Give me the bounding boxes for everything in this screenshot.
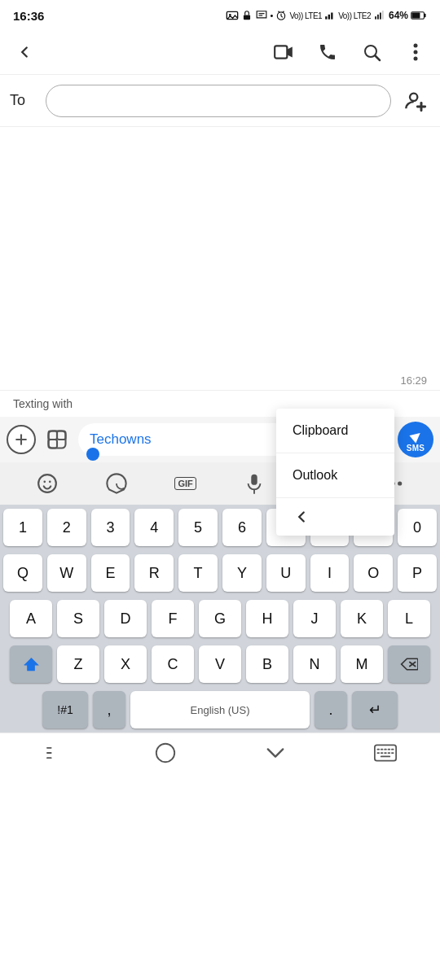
key-h[interactable]: H — [246, 600, 288, 637]
key-o[interactable]: O — [354, 554, 393, 592]
battery-label: 64% — [389, 10, 408, 21]
to-row: To — [0, 75, 440, 127]
nav-home-button[interactable] — [141, 737, 190, 769]
key-i[interactable]: I — [310, 554, 350, 592]
key-5[interactable]: 5 — [178, 509, 218, 546]
key-j[interactable]: J — [293, 600, 336, 637]
key-0[interactable]: 0 — [398, 509, 437, 546]
back-icon — [15, 43, 33, 61]
key-p[interactable]: P — [398, 554, 437, 592]
key-z[interactable]: Z — [57, 645, 99, 683]
app-bar — [0, 29, 440, 75]
nav-menu-button[interactable] — [31, 737, 80, 769]
plus-icon — [13, 431, 29, 448]
key-t[interactable]: T — [178, 554, 218, 592]
key-s[interactable]: S — [57, 600, 99, 637]
keyboard-gif-button[interactable]: GIF — [171, 469, 200, 498]
add-attachment-button[interactable] — [7, 425, 36, 454]
keyboard-mic-button[interactable] — [240, 469, 269, 498]
svg-line-20 — [376, 55, 381, 60]
key-v[interactable]: V — [199, 645, 241, 683]
clipboard-menu-item[interactable]: Clipboard — [276, 409, 394, 453]
svg-rect-17 — [411, 12, 420, 18]
phone-icon — [318, 42, 337, 62]
alarm-icon — [275, 10, 287, 21]
keyboard-asdf-row: A S D F G H J K L — [0, 596, 440, 641]
add-contact-button[interactable] — [401, 86, 430, 116]
key-3[interactable]: 3 — [91, 509, 130, 546]
send-button[interactable]: ▶ SMS — [398, 422, 433, 457]
timestamp-row: 16:29 — [0, 371, 440, 390]
keyboard-sticker-button[interactable] — [102, 469, 131, 498]
shift-icon — [23, 656, 39, 672]
svg-point-37 — [44, 481, 46, 483]
key-l[interactable]: L — [388, 600, 430, 637]
key-k[interactable]: K — [341, 600, 383, 637]
message-area — [0, 127, 440, 371]
status-bar: 16:36 • Vo)) LTE1 Vo)) LTE2 64% — [0, 0, 440, 29]
svg-point-24 — [410, 93, 417, 100]
svg-point-50 — [156, 743, 174, 761]
key-d[interactable]: D — [104, 600, 147, 637]
svg-rect-10 — [331, 13, 332, 20]
app-bar-left — [10, 37, 39, 67]
key-x[interactable]: X — [104, 645, 147, 683]
signal2-icon — [373, 10, 386, 21]
key-y[interactable]: Y — [222, 554, 262, 592]
context-menu-back[interactable] — [276, 498, 394, 536]
key-r[interactable]: R — [134, 554, 174, 592]
svg-line-6 — [279, 11, 280, 13]
nav-back-button[interactable] — [251, 737, 300, 769]
outlook-menu-item[interactable]: Outlook — [276, 453, 394, 498]
battery-icon — [411, 11, 427, 20]
key-6[interactable]: 6 — [222, 509, 262, 546]
key-a[interactable]: A — [10, 600, 52, 637]
key-q[interactable]: Q — [3, 554, 42, 592]
svg-rect-13 — [380, 13, 381, 20]
nav-keyboard-button[interactable] — [361, 737, 410, 769]
key-4[interactable]: 4 — [134, 509, 174, 546]
search-button[interactable] — [357, 37, 386, 67]
spacebar-key[interactable]: English (US) — [130, 691, 310, 728]
key-g[interactable]: G — [199, 600, 241, 637]
sticker-button[interactable] — [42, 425, 72, 454]
key-w[interactable]: W — [47, 554, 86, 592]
key-2[interactable]: 2 — [47, 509, 86, 546]
nav-back-icon — [264, 743, 287, 763]
keyboard-emoji-button[interactable] — [33, 469, 62, 498]
backspace-key[interactable] — [388, 645, 430, 683]
symbol-key[interactable]: !#1 — [42, 691, 88, 728]
carrier1-label: Vo)) LTE1 — [289, 11, 322, 20]
svg-point-23 — [414, 56, 418, 60]
period-key[interactable]: . — [315, 691, 347, 728]
key-m[interactable]: M — [341, 645, 383, 683]
key-n[interactable]: N — [293, 645, 336, 683]
key-c[interactable]: C — [152, 645, 194, 683]
context-back-icon — [293, 508, 310, 526]
video-call-button[interactable] — [269, 37, 298, 67]
app-bar-action-icons — [269, 37, 430, 67]
sticker-icon — [46, 428, 68, 451]
to-label: To — [10, 92, 36, 109]
dot-indicator: • — [271, 11, 274, 20]
shift-key[interactable] — [10, 645, 52, 683]
input-area-wrapper: Techowns ▶ SMS Clipboard Outlook — [0, 417, 440, 462]
svg-rect-8 — [325, 16, 327, 20]
message-icon — [255, 10, 268, 21]
key-1[interactable]: 1 — [3, 509, 42, 546]
keyboard-zxcv-row: Z X C V B N M — [0, 641, 440, 687]
status-icons: • Vo)) LTE1 Vo)) LTE2 64% — [226, 10, 427, 21]
key-e[interactable]: E — [91, 554, 130, 592]
selection-handle-left — [86, 448, 99, 461]
svg-point-22 — [414, 50, 418, 54]
more-options-button[interactable] — [401, 37, 430, 67]
key-f[interactable]: F — [152, 600, 194, 637]
phone-call-button[interactable] — [313, 37, 342, 67]
enter-key[interactable]: ↵ — [352, 691, 398, 728]
back-button[interactable] — [10, 37, 39, 67]
comma-key[interactable]: , — [93, 691, 125, 728]
key-b[interactable]: B — [246, 645, 288, 683]
backspace-icon — [400, 657, 418, 672]
key-u[interactable]: U — [266, 554, 306, 592]
recipient-input[interactable] — [46, 85, 391, 117]
